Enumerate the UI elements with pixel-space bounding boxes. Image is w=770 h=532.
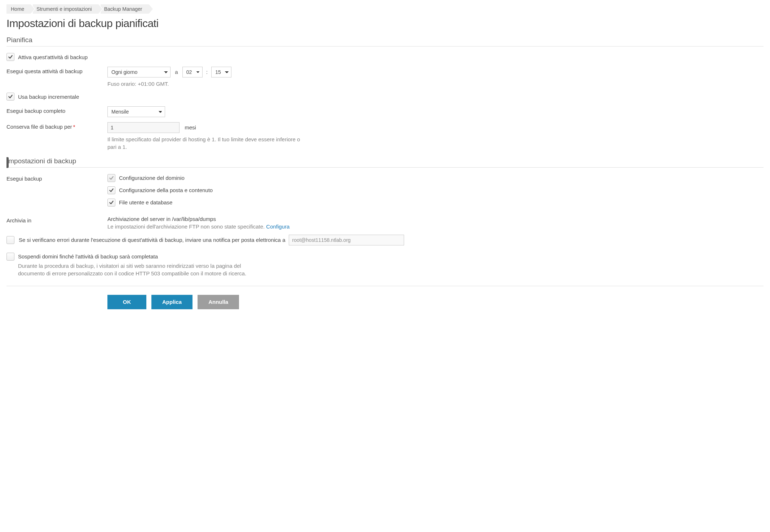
notify-errors-label: Se si verificano errori durante l'esecuz… xyxy=(19,237,285,243)
retention-label: Conserva file di backup per xyxy=(6,124,72,130)
breadcrumb-backup-manager[interactable]: Backup Manager xyxy=(101,4,149,14)
page-title: Impostazioni di backup pianificati xyxy=(6,17,764,30)
user-files-db-checkbox[interactable] xyxy=(107,199,115,207)
mail-config-label: Configurazione della posta e contenuto xyxy=(119,187,213,193)
section-schedule-title: Pianifica xyxy=(6,36,764,46)
store-in-hint: Le impostazioni dell'archiviazione FTP n… xyxy=(107,223,266,230)
required-star-icon: * xyxy=(73,124,75,130)
notify-email-input[interactable] xyxy=(289,235,404,245)
activate-backup-checkbox[interactable] xyxy=(6,53,14,61)
activate-backup-label: Attiva quest'attività di backup xyxy=(18,54,88,60)
domain-config-checkbox xyxy=(107,174,115,182)
mail-config-checkbox[interactable] xyxy=(107,186,115,194)
retention-input[interactable] xyxy=(107,122,180,133)
store-in-value: Archiviazione del server in /var/lib/psa… xyxy=(107,216,764,222)
breadcrumb-home[interactable]: Home xyxy=(6,4,31,14)
minute-select[interactable]: 15 xyxy=(211,67,231,77)
incremental-backup-label: Usa backup incrementale xyxy=(18,94,79,100)
breadcrumb-tools-settings[interactable]: Strumenti e impostazioni xyxy=(33,4,98,14)
retention-unit: mesi xyxy=(185,124,196,130)
ok-button[interactable]: OK xyxy=(107,295,146,309)
apply-button[interactable]: Applica xyxy=(151,295,192,309)
cancel-button[interactable]: Annulla xyxy=(198,295,239,309)
full-backup-select[interactable]: Mensile xyxy=(107,106,165,117)
section-indicator-icon xyxy=(6,157,9,168)
full-backup-label: Esegui backup completo xyxy=(6,106,107,114)
time-colon: : xyxy=(206,69,208,75)
suspend-domains-checkbox[interactable] xyxy=(6,253,14,261)
at-label: a xyxy=(175,69,178,75)
suspend-domains-hint: Durante la procedura di backup, i visita… xyxy=(18,262,249,277)
incremental-backup-checkbox[interactable] xyxy=(6,93,14,101)
domain-config-label: Configurazione del dominio xyxy=(119,175,185,181)
frequency-select[interactable]: Ogni giorno xyxy=(107,67,171,77)
store-in-label: Archivia in xyxy=(6,216,107,223)
button-row: OK Applica Annulla xyxy=(6,286,764,309)
notify-errors-checkbox[interactable] xyxy=(6,236,14,244)
retention-hint: Il limite specificato dal provider di ho… xyxy=(107,136,309,151)
section-settings-title: Impostazioni di backup xyxy=(6,157,764,168)
timezone-hint: Fuso orario: +01:00 GMT. xyxy=(107,80,309,88)
suspend-domains-label: Sospendi domini finché l'attività di bac… xyxy=(18,253,158,260)
user-files-db-label: File utente e database xyxy=(119,199,172,205)
configure-ftp-link[interactable]: Configura xyxy=(266,223,289,230)
run-backup-label: Esegui backup xyxy=(6,174,107,182)
hour-select[interactable]: 02 xyxy=(182,67,203,77)
run-task-label: Esegui questa attività di backup xyxy=(6,67,107,74)
breadcrumb: Home Strumenti e impostazioni Backup Man… xyxy=(6,4,764,14)
